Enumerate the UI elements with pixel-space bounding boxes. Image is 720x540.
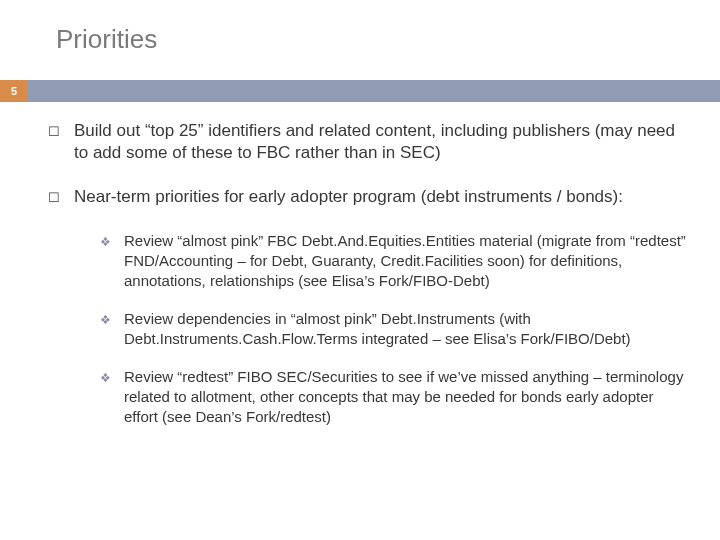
content-area: ☐ Build out “top 25” identifiers and rel… bbox=[48, 120, 688, 445]
header-stripe bbox=[0, 80, 720, 102]
list-item: ☐ Build out “top 25” identifiers and rel… bbox=[48, 120, 688, 164]
list-item: ❖ Review “redtest” FIBO SEC/Securities t… bbox=[100, 367, 688, 427]
list-item: ❖ Review “almost pink” FBC Debt.And.Equi… bbox=[100, 231, 688, 291]
list-item-text: Build out “top 25” identifiers and relat… bbox=[74, 120, 688, 164]
list-item-text: Review “almost pink” FBC Debt.And.Equiti… bbox=[124, 231, 688, 291]
square-bullet-icon: ☐ bbox=[48, 120, 74, 143]
list-item-text: Near-term priorities for early adopter p… bbox=[74, 186, 623, 208]
slide-title: Priorities bbox=[56, 24, 157, 55]
page-number-badge: 5 bbox=[0, 80, 28, 102]
sub-list: ❖ Review “almost pink” FBC Debt.And.Equi… bbox=[100, 231, 688, 427]
list-item: ☐ Near-term priorities for early adopter… bbox=[48, 186, 688, 209]
diamond-bullet-icon: ❖ bbox=[100, 367, 124, 388]
list-item-text: Review dependencies in “almost pink” Deb… bbox=[124, 309, 688, 349]
diamond-bullet-icon: ❖ bbox=[100, 231, 124, 252]
diamond-bullet-icon: ❖ bbox=[100, 309, 124, 330]
square-bullet-icon: ☐ bbox=[48, 186, 74, 209]
list-item-text: Review “redtest” FIBO SEC/Securities to … bbox=[124, 367, 688, 427]
list-item: ❖ Review dependencies in “almost pink” D… bbox=[100, 309, 688, 349]
